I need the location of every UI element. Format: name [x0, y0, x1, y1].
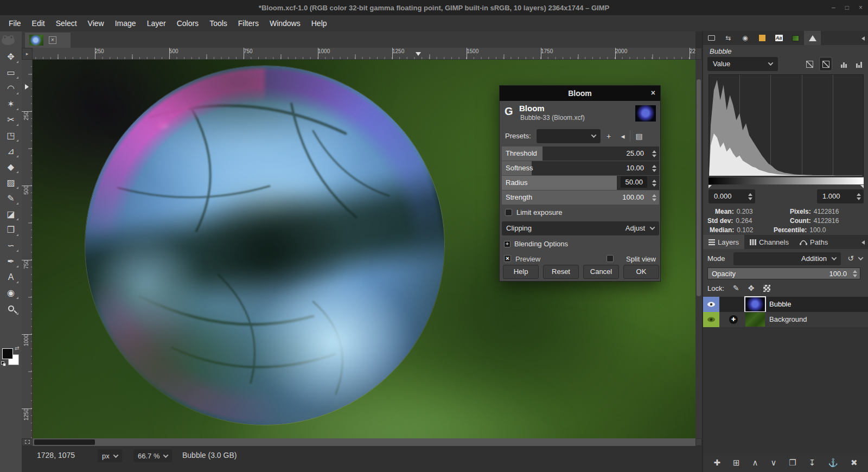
spinner[interactable] — [650, 146, 658, 161]
reset-mode-icon[interactable]: ↺ — [847, 254, 854, 263]
tab-paths[interactable]: Paths — [794, 235, 833, 249]
menu-select[interactable]: Select — [50, 17, 82, 30]
spinner[interactable] — [650, 176, 658, 190]
ruler-origin-button[interactable]: ▸ — [22, 48, 33, 60]
lower-layer-icon[interactable]: ∨ — [770, 458, 776, 468]
lock-position-icon[interactable]: ✥ — [748, 284, 755, 292]
maximize-button[interactable]: □ — [845, 4, 849, 11]
manage-presets-icon[interactable]: ▤ — [633, 130, 645, 142]
dialog-titlebar[interactable]: Bloom × — [500, 86, 660, 101]
menu-colors[interactable]: Colors — [171, 17, 204, 30]
spinner[interactable] — [746, 189, 754, 203]
range-handle-high[interactable] — [860, 185, 864, 188]
tool-bucket-fill[interactable]: ◆ — [2, 159, 20, 175]
tool-zoom[interactable] — [2, 301, 20, 316]
tab-images[interactable] — [787, 31, 804, 45]
anchor-layer-icon[interactable]: ⚓ — [828, 458, 838, 468]
menu-filters[interactable]: Filters — [233, 17, 264, 30]
dock-resize-handle[interactable]: ••• — [703, 229, 868, 235]
vscroll-thumb[interactable] — [697, 79, 701, 296]
tool-text[interactable]: A — [2, 269, 20, 285]
channel-dropdown[interactable]: Value — [707, 57, 778, 71]
visibility-toggle[interactable] — [703, 297, 719, 312]
new-layer-icon[interactable]: ✚ — [713, 458, 720, 468]
tool-handle-transform[interactable]: ⊿ — [2, 143, 20, 159]
menu-layer[interactable]: Layer — [142, 17, 171, 30]
strength-slider[interactable]: Strength 100.00 — [502, 190, 659, 205]
image-tab[interactable]: × — [25, 33, 71, 48]
default-colors-icon[interactable] — [1, 361, 6, 366]
blending-options-expander[interactable]: + Blending Options — [504, 240, 568, 248]
layer-mode-dropdown[interactable]: Addition — [733, 252, 841, 265]
tool-fuzzy-select[interactable]: ✶ — [2, 96, 20, 112]
tool-rectangle-select[interactable]: ▭ — [2, 65, 20, 80]
close-button[interactable]: × — [859, 4, 863, 11]
lock-pixels-icon[interactable]: ✎ — [733, 284, 739, 292]
softness-slider[interactable]: Softness 10.00 — [502, 161, 659, 175]
zoom-fit-corner-button[interactable] — [695, 48, 702, 60]
visibility-toggle[interactable] — [703, 312, 719, 327]
tab-tool-options[interactable] — [703, 31, 720, 45]
raise-layer-icon[interactable]: ∧ — [752, 458, 758, 468]
menu-edit[interactable]: Edit — [27, 17, 50, 30]
layer-row-bubble[interactable]: Bubble — [703, 297, 868, 312]
tab-layers[interactable]: Layers — [703, 235, 744, 249]
tab-fonts[interactable]: Aa — [770, 31, 787, 45]
quick-mask-toggle[interactable] — [22, 438, 33, 446]
presets-dropdown[interactable] — [537, 129, 601, 143]
tool-unified-transform[interactable]: ◳ — [2, 127, 20, 143]
radius-slider[interactable]: Radius 50.00 — [502, 176, 659, 190]
tab-histogram[interactable] — [804, 31, 821, 45]
merge-down-icon[interactable]: ↧ — [809, 458, 816, 468]
menu-file[interactable]: File — [3, 17, 27, 30]
split-view-checkbox[interactable] — [607, 255, 614, 262]
limit-exposure-checkbox[interactable] — [505, 209, 512, 216]
layer-row-background[interactable]: ✚ Background — [703, 312, 868, 327]
tool-smudge[interactable]: ∽ — [2, 238, 20, 253]
tab-pointer[interactable]: ◉ — [737, 31, 754, 45]
minimize-button[interactable]: – — [832, 4, 835, 11]
menu-image[interactable]: Image — [110, 17, 142, 30]
menu-tools[interactable]: Tools — [204, 17, 233, 30]
layer-thumbnail[interactable] — [745, 297, 765, 311]
dock-menu-icon[interactable] — [861, 240, 865, 245]
opacity-slider[interactable]: Opacity 100.0 — [707, 267, 860, 279]
unit-dropdown[interactable]: px — [98, 449, 122, 462]
hscroll-thumb[interactable] — [34, 439, 95, 445]
tab-device-status[interactable]: ⇆ — [720, 31, 737, 45]
tool-free-select[interactable]: ◠ — [2, 80, 20, 96]
tab-palette[interactable] — [754, 31, 770, 45]
spinner[interactable] — [851, 268, 858, 279]
zoom-dropdown[interactable]: 66.7 % — [133, 449, 172, 462]
layer-thumbnail[interactable] — [745, 312, 765, 327]
log-histogram-button[interactable] — [819, 57, 832, 71]
new-group-icon[interactable]: ⊞ — [733, 458, 740, 468]
image-tab-close-icon[interactable]: × — [49, 36, 56, 44]
tool-paintbrush[interactable]: ✎ — [2, 190, 20, 206]
reset-button[interactable]: Reset — [543, 265, 579, 279]
menu-help[interactable]: Help — [306, 17, 333, 30]
spinner[interactable] — [650, 161, 658, 175]
navigation-corner-button[interactable] — [695, 438, 702, 446]
cancel-button[interactable]: Cancel — [583, 265, 619, 279]
range-handle-low[interactable] — [709, 185, 712, 188]
swap-colors-icon[interactable]: ⇄ — [15, 345, 19, 351]
tool-color-picker[interactable]: ◉ — [2, 285, 20, 301]
expander-icon[interactable]: + — [504, 241, 510, 247]
tool-move[interactable]: ✥ — [2, 49, 20, 65]
menu-view[interactable]: View — [82, 17, 110, 30]
foreground-color-swatch[interactable] — [2, 348, 13, 359]
vertical-scrollbar[interactable] — [695, 60, 702, 438]
ok-button[interactable]: OK — [623, 265, 659, 279]
duplicate-layer-icon[interactable]: ❐ — [789, 458, 796, 468]
add-preset-icon[interactable]: + — [603, 130, 615, 142]
histogram-style-button[interactable] — [838, 57, 851, 71]
tool-crop[interactable]: ✂ — [2, 112, 20, 127]
delete-layer-icon[interactable]: ✖ — [851, 458, 858, 468]
dock-menu-icon[interactable] — [861, 36, 865, 41]
preview-checkbox[interactable]: × — [504, 255, 511, 262]
tab-channels[interactable]: Channels — [744, 235, 794, 249]
horizontal-scrollbar[interactable] — [33, 438, 695, 446]
linear-histogram-button[interactable] — [803, 57, 816, 71]
dialog-close-icon[interactable]: × — [651, 88, 655, 97]
